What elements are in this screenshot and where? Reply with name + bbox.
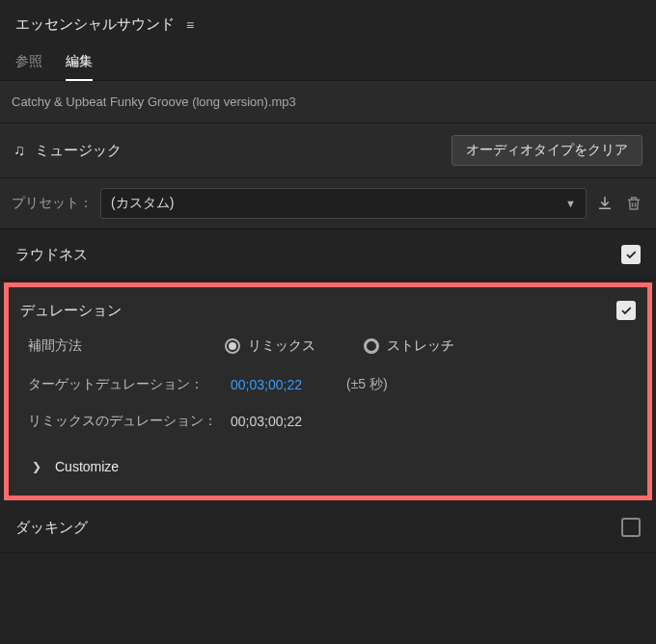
chevron-down-icon: ▼ — [565, 198, 576, 209]
clear-audio-type-button[interactable]: オーディオタイプをクリア — [451, 135, 642, 166]
remix-duration-row: リミックスのデュレーション： 00;03;00;22 — [28, 413, 628, 430]
ducking-title: ダッキング — [15, 519, 88, 537]
loudness-checkbox[interactable] — [621, 245, 641, 264]
customize-toggle[interactable]: ❯ Customize — [28, 449, 628, 480]
ducking-checkbox[interactable] — [621, 518, 641, 537]
tabs: 参照 編集 — [0, 45, 656, 81]
delete-preset-icon[interactable] — [623, 193, 644, 214]
preset-label: プリセット： — [12, 195, 93, 212]
radio-stretch-button — [364, 338, 379, 354]
preset-select[interactable]: (カスタム) ▼ — [100, 188, 587, 219]
music-row: ♫ ミュージック オーディオタイプをクリア — [0, 123, 656, 178]
target-duration-row: ターゲットデュレーション： (±5 秒) — [28, 376, 628, 393]
interpolation-row: 補間方法 リミックス ストレッチ — [28, 337, 628, 355]
section-duration-header[interactable]: デュレーション — [9, 287, 647, 332]
file-name: Catchy & Upbeat Funky Groove (long versi… — [0, 81, 656, 123]
duration-checkbox[interactable] — [616, 301, 636, 320]
tab-edit[interactable]: 編集 — [66, 45, 93, 80]
preset-row: プリセット： (カスタム) ▼ — [0, 178, 656, 229]
panel-title: エッセンシャルサウンド — [15, 15, 175, 34]
panel-menu-icon[interactable]: ≡ — [186, 17, 194, 33]
tab-browse[interactable]: 参照 — [15, 45, 42, 80]
duration-section-highlight: デュレーション 補間方法 リミックス ストレッチ ターゲットデュレーション： (… — [4, 282, 652, 500]
remix-duration-value: 00;03;00;22 — [231, 414, 302, 429]
loudness-title: ラウドネス — [15, 246, 88, 264]
target-duration-input[interactable] — [231, 377, 317, 392]
radio-stretch[interactable]: ストレッチ — [364, 337, 454, 355]
music-note-icon: ♫ — [14, 142, 25, 159]
interpolation-label: 補間方法 — [28, 337, 202, 355]
music-label: ミュージック — [35, 142, 442, 160]
chevron-right-icon: ❯ — [32, 460, 41, 473]
duration-title: デュレーション — [20, 302, 122, 320]
target-duration-tolerance: (±5 秒) — [346, 376, 388, 393]
section-loudness[interactable]: ラウドネス — [0, 229, 656, 281]
radio-remix-button — [225, 338, 240, 354]
preset-value: (カスタム) — [111, 195, 174, 212]
radio-remix[interactable]: リミックス — [225, 337, 315, 355]
save-preset-icon[interactable] — [594, 193, 615, 214]
radio-stretch-label: ストレッチ — [387, 337, 454, 355]
interpolation-radio-group: リミックス ストレッチ — [225, 337, 454, 355]
radio-remix-label: リミックス — [248, 337, 315, 355]
section-ducking[interactable]: ダッキング — [0, 502, 656, 553]
customize-label: Customize — [55, 459, 119, 474]
remix-duration-label: リミックスのデュレーション： — [28, 413, 221, 430]
target-duration-label: ターゲットデュレーション： — [28, 376, 221, 393]
duration-body: 補間方法 リミックス ストレッチ ターゲットデュレーション： (±5 秒) リミ… — [9, 332, 647, 496]
panel-header: エッセンシャルサウンド ≡ — [0, 0, 656, 45]
